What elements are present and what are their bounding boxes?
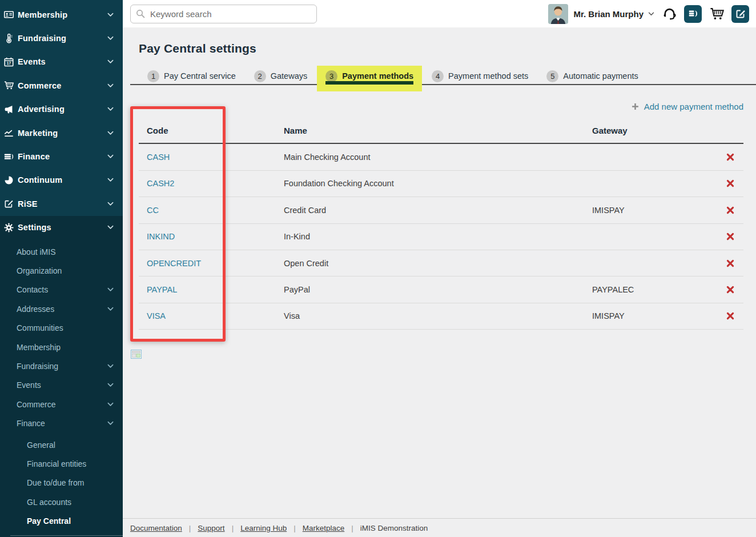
compose-button[interactable] (731, 5, 749, 23)
delete-icon[interactable] (726, 312, 734, 320)
payment-method-code-link[interactable]: PAYPAL (147, 285, 177, 294)
settings-icon (4, 223, 14, 233)
tab-number: 4 (432, 70, 444, 82)
table-row: CASHMain Checking Account (139, 144, 743, 170)
settings-sub-membership[interactable]: Membership (0, 338, 123, 356)
payment-method-code-link[interactable]: INKIND (147, 232, 175, 241)
table-row: OPENCREDITOpen Credit (139, 250, 743, 276)
cart-icon[interactable] (710, 7, 724, 21)
search-input[interactable] (149, 9, 311, 19)
advertising-icon (4, 105, 14, 114)
finance-sub-pay-central[interactable]: Pay Central (0, 511, 123, 530)
submenu-item-label: Financial entities (27, 459, 86, 468)
submenu-item-label: GL accounts (27, 498, 71, 507)
delete-icon[interactable] (726, 259, 734, 267)
sidebar: MembershipFundraising17EventsCommerceAdv… (0, 0, 123, 537)
sidebar-item-label: RiSE (18, 199, 38, 209)
submenu-item-label: Finance (17, 419, 45, 428)
add-row: Add new payment method (139, 100, 743, 113)
table-row: VISAVisaIMISPAY (139, 303, 743, 330)
finance-sub-financial-entities[interactable]: Financial entities (0, 454, 123, 473)
submenu-item-label: About iMIS (17, 247, 55, 257)
topbar: Mr. Brian Murphy (123, 0, 756, 27)
commerce-icon (4, 81, 14, 90)
content: Pay Central settings 1Pay Central servic… (123, 27, 756, 537)
svg-text:17: 17 (7, 61, 11, 65)
settings-sub-contacts[interactable]: Contacts (0, 280, 123, 299)
chevron-down-icon (107, 307, 114, 311)
fundraising-icon (4, 34, 14, 43)
payment-method-name: Main Checking Account (284, 153, 592, 162)
footer-link-marketplace[interactable]: Marketplace (303, 524, 345, 532)
tab-number: 3 (325, 70, 337, 82)
add-payment-method-link[interactable]: Add new payment method (632, 102, 743, 111)
settings-sub-communities[interactable]: Communities (0, 318, 123, 337)
user-menu[interactable]: Mr. Brian Murphy (573, 9, 654, 19)
chevron-down-icon (107, 364, 114, 368)
payment-method-code-link[interactable]: VISA (147, 311, 166, 320)
footer-link-learning-hub[interactable]: Learning Hub (240, 524, 287, 532)
chevron-down-icon (107, 154, 114, 159)
sidebar-item-commerce[interactable]: Commerce (0, 74, 123, 97)
chevron-down-icon (107, 178, 114, 182)
payment-method-gateway: IMISPAY (592, 311, 718, 320)
billing-button[interactable] (684, 5, 702, 23)
footer-link-support[interactable]: Support (198, 524, 224, 532)
settings-sub-organization[interactable]: Organization (0, 261, 123, 280)
sidebar-item-continuum[interactable]: Continuum (0, 169, 123, 192)
footer-links: Documentation|Support|Learning Hub|Marke… (130, 524, 360, 532)
settings-submenu: About iMISOrganizationContactsAddressesC… (0, 239, 123, 433)
payment-method-code-link[interactable]: OPENCREDIT (147, 259, 201, 268)
settings-sub-fundraising[interactable]: Fundraising (0, 356, 123, 375)
payment-method-code-link[interactable]: CC (147, 206, 159, 215)
sidebar-item-finance[interactable]: Finance (0, 145, 123, 168)
payment-method-code-link[interactable]: CASH2 (147, 179, 174, 188)
sidebar-item-marketing[interactable]: Marketing (0, 121, 123, 145)
sidebar-item-membership[interactable]: Membership (0, 3, 123, 26)
chevron-down-icon (107, 36, 114, 41)
sidebar-item-settings[interactable]: Settings (0, 216, 123, 239)
headset-icon[interactable] (662, 7, 677, 21)
footer-link-documentation[interactable]: Documentation (130, 524, 182, 532)
settings-sub-events[interactable]: Events (0, 376, 123, 395)
delete-icon[interactable] (726, 179, 734, 187)
finance-sub-gl-accounts[interactable]: GL accounts (0, 492, 123, 511)
submenu-item-label: Addresses (17, 304, 54, 314)
sidebar-item-fundraising[interactable]: Fundraising (0, 26, 123, 50)
delete-icon[interactable] (726, 286, 734, 294)
sidebar-item-rise[interactable]: RiSE (0, 192, 123, 215)
tab-payment-method-sets[interactable]: 4Payment method sets (432, 70, 528, 82)
finance-sub-due-to-due-from[interactable]: Due to/due from (0, 474, 123, 492)
chevron-down-icon (107, 383, 114, 387)
sidebar-item-events[interactable]: 17Events (0, 50, 123, 74)
settings-sub-about-imis[interactable]: About iMIS (0, 242, 123, 261)
settings-sub-finance[interactable]: Finance (0, 414, 123, 432)
chevron-down-icon (107, 83, 114, 88)
payment-method-name: Visa (284, 311, 592, 320)
sidebar-item-label: Settings (18, 223, 51, 232)
add-payment-method-label: Add new payment method (644, 102, 743, 111)
avatar[interactable] (548, 4, 568, 24)
tab-automatic-payments[interactable]: 5Automatic payments (546, 70, 638, 82)
sidebar-item-label: Events (18, 57, 46, 66)
sidebar-item-advertising[interactable]: Advertising (0, 98, 123, 121)
tab-payment-methods[interactable]: 3Payment methods (317, 66, 422, 91)
events-icon: 17 (4, 57, 14, 67)
rise-icon (4, 199, 14, 209)
tab-gateways[interactable]: 2Gateways (254, 70, 307, 82)
finance-sub-general[interactable]: General (0, 435, 123, 454)
settings-sub-addresses[interactable]: Addresses (0, 299, 123, 318)
payment-method-code-link[interactable]: CASH (147, 153, 170, 162)
delete-icon[interactable] (726, 153, 734, 161)
chevron-down-icon (107, 225, 114, 230)
chevron-down-icon (107, 13, 114, 17)
payment-method-gateway: IMISPAY (592, 206, 718, 215)
payment-method-gateway: PAYPALEC (592, 285, 718, 294)
delete-icon[interactable] (726, 206, 734, 214)
tab-label: Payment method sets (448, 71, 528, 81)
chevron-down-icon (107, 131, 114, 135)
settings-sub-commerce[interactable]: Commerce (0, 395, 123, 414)
search-box[interactable] (130, 5, 317, 23)
tab-pay-central-service[interactable]: 1Pay Central service (147, 70, 236, 82)
delete-icon[interactable] (726, 233, 734, 241)
